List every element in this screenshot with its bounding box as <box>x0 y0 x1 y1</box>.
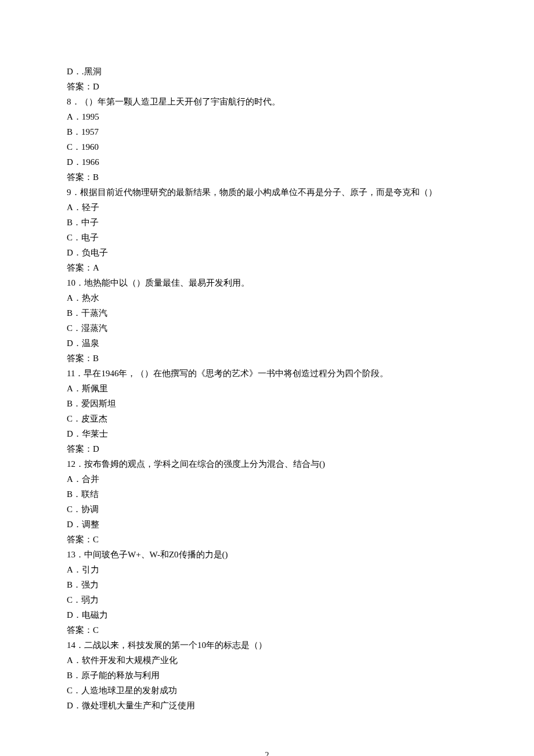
text-line: C．人造地球卫星的发射成功 <box>67 683 467 698</box>
text-line: 答案：B <box>67 170 467 185</box>
text-line: B．原子能的释放与利用 <box>67 668 467 683</box>
text-line: D．.黑洞 <box>67 64 467 79</box>
text-line: B．1957 <box>67 124 467 139</box>
text-line: B．强力 <box>67 577 467 592</box>
text-line: B．爱因斯坦 <box>67 396 467 411</box>
text-line: 答案：B <box>67 351 467 366</box>
text-line: 答案：A <box>67 260 467 275</box>
text-line: 14．二战以来，科技发展的第一个10年的标志是（） <box>67 638 467 653</box>
text-line: B．联结 <box>67 487 467 502</box>
text-line: A．热水 <box>67 290 467 305</box>
text-line: 13．中间玻色子W+、W-和Z0传播的力是() <box>67 547 467 562</box>
text-line: C．皮亚杰 <box>67 411 467 426</box>
text-line: C．1960 <box>67 139 467 154</box>
page-number: 2 <box>67 748 467 756</box>
text-line: 10．地热能中以（）质量最佳、最易开发利用。 <box>67 275 467 290</box>
text-line: D．1966 <box>67 154 467 170</box>
text-line: 9．根据目前近代物理研究的最新结果，物质的最小构成单位不再是分子、原子，而是夸克… <box>67 185 467 200</box>
text-line: 答案：C <box>67 622 467 638</box>
text-line: A．斯佩里 <box>67 381 467 396</box>
text-line: C．湿蒸汽 <box>67 321 467 336</box>
text-line: A．1995 <box>67 109 467 124</box>
text-line: D．电磁力 <box>67 607 467 622</box>
text-line: D．微处理机大量生产和广泛使用 <box>67 698 467 713</box>
text-line: B．干蒸汽 <box>67 305 467 321</box>
text-line: 12．按布鲁姆的观点，学科之间在综合的强度上分为混合、结合与() <box>67 456 467 471</box>
text-line: C．协调 <box>67 502 467 517</box>
text-line: D．温泉 <box>67 336 467 351</box>
text-line: 答案：D <box>67 79 467 94</box>
text-line: A．引力 <box>67 562 467 577</box>
text-line: 8．（）年第一颗人造卫星上天开创了宇宙航行的时代。 <box>67 94 467 109</box>
text-line: A．轻子 <box>67 200 467 215</box>
text-line: 答案：C <box>67 532 467 547</box>
text-line: A．软件开发和大规模产业化 <box>67 653 467 668</box>
text-line: D．负电子 <box>67 245 467 260</box>
text-line: C．弱力 <box>67 592 467 607</box>
text-line: 11．早在1946年，（）在他撰写的《思考的艺术》一书中将创造过程分为四个阶段。 <box>67 366 467 381</box>
text-line: D．调整 <box>67 517 467 532</box>
text-line: C．电子 <box>67 230 467 245</box>
text-line: 答案：D <box>67 441 467 456</box>
text-line: B．中子 <box>67 215 467 230</box>
document-page: D．.黑洞答案：D8．（）年第一颗人造卫星上天开创了宇宙航行的时代。A．1995… <box>0 0 534 756</box>
document-body: D．.黑洞答案：D8．（）年第一颗人造卫星上天开创了宇宙航行的时代。A．1995… <box>67 64 467 713</box>
text-line: A．合并 <box>67 471 467 487</box>
text-line: D．华莱士 <box>67 426 467 441</box>
